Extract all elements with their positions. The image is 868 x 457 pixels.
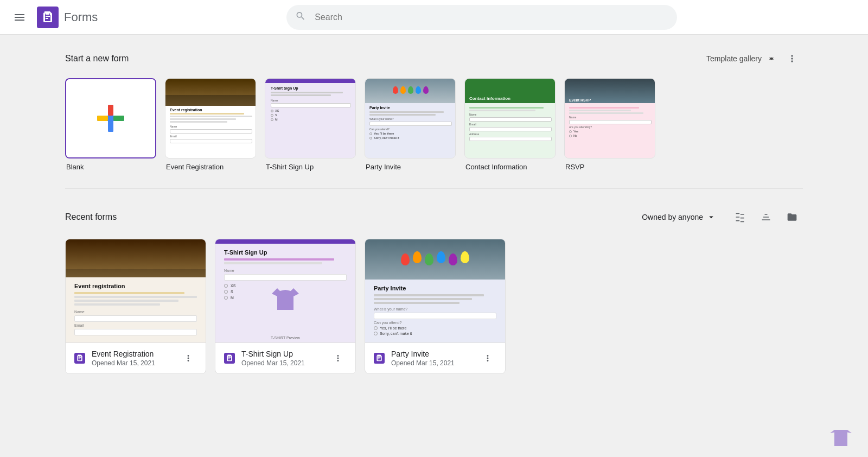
event-card-text: Event Registration Opened Mar 15, 2021 <box>92 350 173 367</box>
template-card-rsvp[interactable]: Event RSVP Name Are you attending? Yes N… <box>564 78 655 171</box>
section-actions: Template gallery <box>706 48 803 69</box>
event-label: Event Registration <box>165 163 256 171</box>
main-content: Start a new form Template gallery <box>0 35 868 387</box>
svg-rect-2 <box>108 105 113 116</box>
svg-rect-3 <box>97 116 108 121</box>
grid-view-button[interactable] <box>729 206 751 228</box>
blank-label: Blank <box>65 163 156 171</box>
recent-section-header: Recent forms Owned by anyone <box>65 206 803 228</box>
templates-row: Blank Event registration <box>65 78 803 175</box>
form-icon-event <box>74 353 85 364</box>
recent-card-info-party: Party Invite Opened Mar 15, 2021 <box>365 342 505 373</box>
rsvp-preview: Event RSVP Name Are you attending? Yes N… <box>564 78 655 158</box>
recent-forms-section: Recent forms Owned by anyone <box>65 206 803 374</box>
forms-logo-icon <box>37 7 59 28</box>
search-input[interactable] <box>286 5 677 30</box>
form-icon-tshirt <box>224 353 235 364</box>
more-options-button[interactable] <box>781 48 803 69</box>
folder-button[interactable] <box>781 206 803 228</box>
owned-by-label: Owned by anyone <box>642 213 703 221</box>
new-form-title: Start a new form <box>65 54 129 64</box>
party-card-date: Opened Mar 15, 2021 <box>391 359 473 367</box>
tshirt-preview: T-Shirt Sign Up Name XS S M <box>265 78 356 158</box>
tshirt-label: T-Shirt Sign Up <box>265 163 356 171</box>
new-form-section: Start a new form Template gallery <box>65 48 803 175</box>
menu-button[interactable] <box>9 7 30 28</box>
svg-marker-6 <box>272 288 299 310</box>
event-card-more-button[interactable] <box>180 350 197 367</box>
view-icons <box>729 206 803 228</box>
party-card-more-button[interactable] <box>479 350 496 367</box>
recent-event-thumb: Event registration Name Email <box>66 239 206 342</box>
tshirt-card-more-button[interactable] <box>329 350 347 367</box>
new-form-section-header: Start a new form Template gallery <box>65 48 803 69</box>
search-bar <box>286 5 677 30</box>
recent-title: Recent forms <box>65 212 117 222</box>
contact-preview: Contact information Name Email Address <box>464 78 556 158</box>
template-card-blank[interactable]: Blank <box>65 78 156 171</box>
party-preview: Party Invite What is your name? Can you … <box>365 78 456 158</box>
rsvp-label: RSVP <box>564 163 655 171</box>
tshirt-card-text: T-Shirt Sign Up Opened Mar 15, 2021 <box>241 350 323 367</box>
section-divider <box>65 188 803 189</box>
template-gallery-button[interactable]: Template gallery <box>706 53 777 64</box>
form-icon-party <box>374 353 385 364</box>
recent-card-event[interactable]: Event registration Name Email <box>65 239 206 374</box>
event-card-title: Event Registration <box>92 350 173 358</box>
party-card-title: Party Invite <box>391 350 473 358</box>
svg-rect-5 <box>108 121 113 132</box>
tshirt-card-date: Opened Mar 15, 2021 <box>241 359 323 367</box>
owned-by-button[interactable]: Owned by anyone <box>637 209 720 225</box>
tshirt-card-title: T-Shirt Sign Up <box>241 350 323 358</box>
app-logo[interactable]: Forms <box>37 7 98 28</box>
party-card-text: Party Invite Opened Mar 15, 2021 <box>391 350 473 367</box>
template-card-contact[interactable]: Contact information Name Email Address <box>464 78 556 171</box>
event-preview: Event registration Name Email <box>165 78 256 158</box>
blank-thumb <box>65 78 156 158</box>
contact-label: Contact Information <box>464 163 556 171</box>
sort-button[interactable] <box>755 206 777 228</box>
recent-card-tshirt[interactable]: T-Shirt Sign Up Name XS S M <box>215 239 356 374</box>
event-card-date: Opened Mar 15, 2021 <box>92 359 173 367</box>
recent-card-info-tshirt: T-Shirt Sign Up Opened Mar 15, 2021 <box>215 342 355 373</box>
template-card-party[interactable]: Party Invite What is your name? Can you … <box>365 78 456 171</box>
app-name: Forms <box>64 10 98 24</box>
party-label: Party Invite <box>365 163 456 171</box>
svg-rect-4 <box>113 116 124 121</box>
template-card-event[interactable]: Event registration Name Email Event Regi… <box>165 78 256 171</box>
recent-card-info-event: Event Registration Opened Mar 15, 2021 <box>66 342 206 373</box>
template-gallery-label: Template gallery <box>706 54 762 63</box>
recent-controls: Owned by anyone <box>637 206 803 228</box>
template-card-tshirt[interactable]: T-Shirt Sign Up Name XS S M <box>265 78 356 171</box>
recent-cards: Event registration Name Email <box>65 239 803 374</box>
recent-party-thumb: Party Invite What is your name? Can you … <box>365 239 505 342</box>
search-icon <box>295 10 306 24</box>
recent-card-party[interactable]: Party Invite What is your name? Can you … <box>365 239 506 374</box>
recent-tshirt-thumb: T-Shirt Sign Up Name XS S M <box>215 239 355 342</box>
app-header: Forms <box>0 0 868 35</box>
